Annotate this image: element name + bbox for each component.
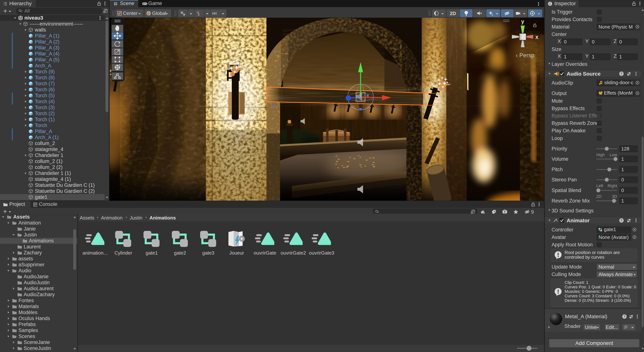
svg-text:?: ?	[620, 219, 622, 222]
svg-text:x: x	[535, 34, 538, 40]
svg-text:Y: Y	[183, 14, 185, 16]
svg-text:?: ?	[620, 72, 622, 75]
svg-text:‹ Persp: ‹ Persp	[516, 52, 534, 59]
svg-text:y: y	[521, 19, 524, 25]
svg-text:?: ?	[624, 315, 625, 318]
